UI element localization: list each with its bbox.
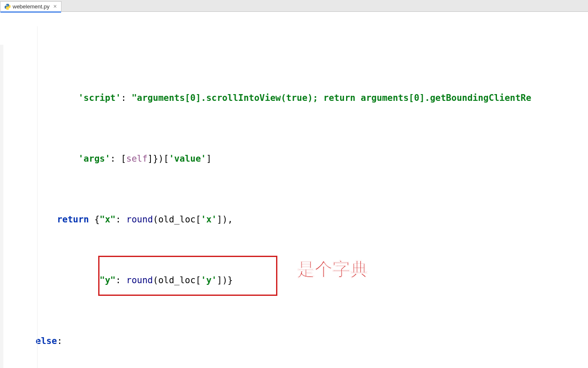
indent-guide: [37, 26, 38, 368]
close-icon[interactable]: ✕: [53, 4, 57, 9]
code-line: "y": round(old_loc['y'])}: [0, 273, 588, 288]
tab-filename: webelement.py: [13, 3, 49, 10]
python-file-icon: [5, 4, 11, 10]
file-tab[interactable]: webelement.py ✕: [0, 1, 62, 11]
code-line: return {"x": round(old_loc['x']),: [0, 212, 588, 227]
code-line: 'args': [self]})['value']: [0, 151, 588, 166]
tab-bar: webelement.py ✕: [0, 0, 588, 12]
code-line: 'script': "arguments[0].scrollIntoView(t…: [0, 90, 588, 106]
code-editor[interactable]: 'script': "arguments[0].scrollIntoView(t…: [0, 12, 588, 368]
code-line: else:: [0, 333, 588, 349]
gutter: [0, 45, 3, 368]
